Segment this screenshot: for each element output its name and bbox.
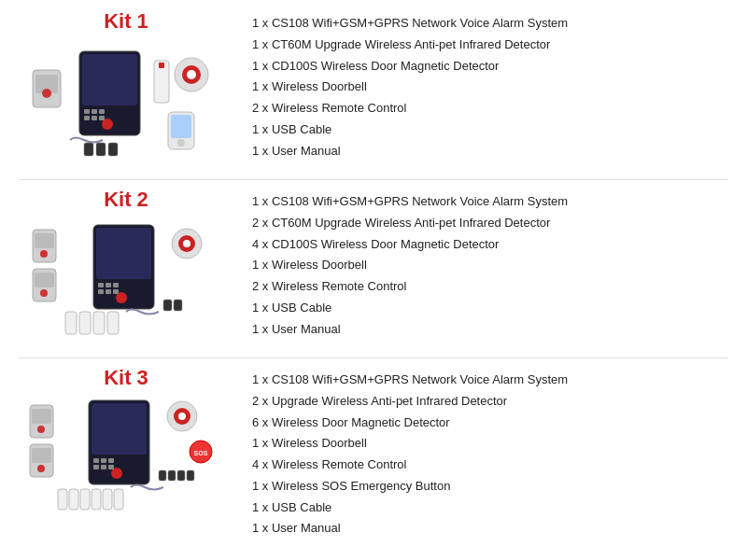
svg-rect-7 (92, 116, 97, 120)
svg-rect-29 (98, 289, 104, 294)
kit3-item-5: 1 x Wireless SOS Emergency Button (252, 476, 728, 497)
svg-rect-64 (80, 489, 90, 510)
kit1-items: 1 x CS108 Wifi+GSM+GPRS Network Voice Al… (252, 13, 728, 161)
kit3-item-1: 2 x Upgrade Wireless Anti-pet Infrared D… (252, 391, 728, 413)
kit2-section: Kit 2 (19, 188, 728, 343)
kit3-item-6: 1 x USB Cable (252, 497, 728, 519)
svg-rect-41 (107, 312, 119, 334)
svg-point-22 (177, 139, 185, 147)
svg-rect-73 (177, 470, 185, 481)
kit3-section: Kit 3 (19, 366, 728, 539)
svg-point-61 (37, 465, 45, 472)
kit1-item-3: 1 x Wireless Doorbell (252, 77, 728, 98)
svg-point-58 (37, 426, 45, 433)
svg-rect-21 (171, 115, 191, 138)
kit1-section: Kit 1 (19, 9, 728, 164)
kit2-item-4: 2 x Wireless Remote Control (252, 276, 728, 298)
kit1-item-1: 1 x CT60M Upgrade Wireless Anti-pet Infr… (252, 35, 728, 56)
svg-rect-63 (69, 489, 78, 510)
svg-text:SOS: SOS (194, 450, 208, 456)
kit3-right: 1 x CS108 Wifi+GSM+GPRS Network Voice Al… (233, 366, 728, 539)
kit1-title: Kit 1 (104, 9, 148, 34)
kit2-title: Kit 2 (104, 188, 148, 212)
kit1-item-4: 2 x Wireless Remote Control (252, 98, 728, 119)
svg-rect-1 (82, 54, 137, 105)
svg-rect-54 (101, 465, 106, 469)
svg-rect-52 (108, 458, 114, 463)
svg-rect-57 (32, 409, 51, 424)
kit2-right: 1 x CS108 Wifi+GSM+GPRS Network Voice Al… (233, 188, 728, 340)
kit2-item-5: 1 x USB Cable (252, 298, 728, 319)
svg-rect-39 (79, 312, 91, 334)
svg-rect-36 (35, 273, 54, 287)
svg-rect-38 (65, 312, 77, 334)
svg-rect-46 (174, 300, 182, 311)
svg-rect-27 (106, 283, 111, 287)
svg-rect-18 (96, 143, 106, 156)
divider2 (19, 357, 728, 358)
kit3-title: Kit 3 (104, 366, 148, 390)
kit2-item-3: 1 x Wireless Doorbell (252, 255, 728, 276)
svg-rect-4 (92, 109, 97, 114)
svg-rect-65 (92, 489, 101, 510)
kit1-item-5: 1 x USB Cable (252, 119, 728, 141)
svg-rect-30 (106, 289, 111, 294)
svg-rect-33 (35, 233, 54, 248)
kit2-item-6: 1 x User Manual (252, 319, 728, 341)
svg-point-11 (42, 89, 51, 98)
kit3-item-3: 1 x Wireless Doorbell (252, 433, 728, 455)
kit1-item-0: 1 x CS108 Wifi+GSM+GPRS Network Voice Al… (252, 13, 728, 35)
svg-rect-53 (93, 465, 99, 469)
svg-rect-17 (84, 143, 93, 156)
svg-point-44 (183, 240, 190, 247)
svg-rect-24 (96, 228, 151, 279)
svg-rect-6 (84, 116, 90, 120)
kit1-item-6: 1 x User Manual (252, 141, 728, 162)
svg-rect-74 (187, 470, 194, 481)
kit1-left: Kit 1 (19, 9, 233, 161)
svg-point-37 (40, 289, 48, 297)
svg-rect-19 (108, 143, 118, 156)
svg-rect-5 (99, 109, 105, 114)
svg-rect-8 (99, 116, 105, 120)
svg-rect-31 (113, 289, 119, 294)
svg-point-16 (187, 70, 196, 79)
svg-rect-26 (98, 283, 104, 287)
svg-rect-51 (101, 458, 106, 463)
kit3-image: SOS (28, 396, 224, 517)
kit3-items: 1 x CS108 Wifi+GSM+GPRS Network Voice Al… (252, 370, 728, 539)
svg-rect-66 (103, 489, 112, 510)
kit3-item-4: 4 x Wireless Remote Control (252, 455, 728, 476)
page: Kit 1 (0, 0, 747, 560)
svg-rect-60 (32, 448, 51, 463)
svg-point-34 (40, 250, 48, 258)
svg-point-70 (178, 413, 186, 420)
svg-rect-3 (84, 109, 90, 114)
svg-rect-72 (168, 470, 176, 481)
kit2-image (28, 217, 224, 339)
svg-rect-71 (159, 470, 166, 481)
kit2-left: Kit 2 (19, 188, 233, 339)
kit2-item-0: 1 x CS108 Wifi+GSM+GPRS Network Voice Al… (252, 191, 728, 213)
svg-rect-67 (114, 489, 123, 510)
kit3-item-0: 1 x CS108 Wifi+GSM+GPRS Network Voice Al… (252, 370, 728, 391)
kit3-item-2: 6 x Wireless Door Magnetic Detector (252, 413, 728, 434)
svg-rect-62 (58, 489, 67, 510)
kit3-left: Kit 3 (19, 366, 233, 517)
svg-rect-28 (113, 283, 119, 287)
kit2-items: 1 x CS108 Wifi+GSM+GPRS Network Voice Al… (252, 191, 728, 340)
kit1-image (28, 39, 224, 161)
svg-rect-48 (92, 403, 147, 455)
kit2-item-1: 2 x CT60M Upgrade Wireless Anti-pet Infr… (252, 213, 728, 234)
svg-rect-50 (93, 458, 99, 463)
kit3-item-7: 1 x User Manual (252, 518, 728, 539)
kit1-item-2: 1 x CD100S Wireless Door Magnetic Detect… (252, 56, 728, 77)
svg-rect-45 (163, 300, 172, 311)
svg-rect-40 (93, 312, 105, 334)
svg-rect-55 (108, 465, 114, 469)
svg-rect-13 (159, 63, 164, 68)
kit2-item-2: 4 x CD100S Wireless Door Magnetic Detect… (252, 234, 728, 256)
kit1-right: 1 x CS108 Wifi+GSM+GPRS Network Voice Al… (233, 9, 728, 161)
divider1 (19, 179, 728, 180)
